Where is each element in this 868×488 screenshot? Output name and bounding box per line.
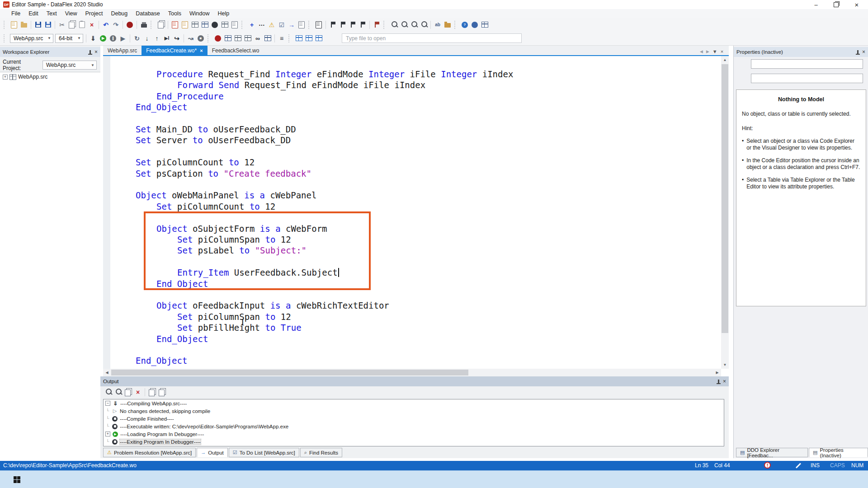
- run-icon[interactable]: ▶: [99, 34, 108, 43]
- menu-tools[interactable]: Tools: [164, 9, 185, 18]
- new-file-icon[interactable]: [9, 20, 19, 29]
- menu-window[interactable]: Window: [185, 9, 213, 18]
- output-log-row[interactable]: +▶----Loading Program In Debugger----: [104, 430, 724, 438]
- output-find-next-icon[interactable]: [113, 388, 123, 397]
- menu-debug[interactable]: Debug: [107, 9, 132, 18]
- dock-tab-properties-inactive-[interactable]: ▤Properties (Inactive): [809, 448, 868, 457]
- output-copy-icon[interactable]: [123, 388, 132, 397]
- watch-window-2-icon[interactable]: [243, 34, 252, 43]
- expand-icon[interactable]: +: [3, 75, 8, 80]
- breakpoints-window-icon[interactable]: [223, 34, 232, 43]
- copy-icon[interactable]: [67, 20, 76, 29]
- new-view-icon[interactable]: [230, 20, 239, 29]
- output-log-row[interactable]: └----Exiting Program In Debugger----: [104, 438, 724, 446]
- expand-icon[interactable]: −: [105, 401, 110, 406]
- prev-tab-icon[interactable]: ◀: [700, 49, 703, 54]
- step-icon[interactable]: ▶: [118, 34, 127, 43]
- db-columns-icon[interactable]: [200, 20, 209, 29]
- dock-tab-output[interactable]: →Output: [197, 448, 228, 457]
- architecture-combo[interactable]: 64-bit ▼: [55, 34, 83, 43]
- record-macro-icon[interactable]: [125, 20, 134, 29]
- vertical-scrollbar-thumb[interactable]: [722, 64, 728, 333]
- pin-icon[interactable]: [718, 380, 719, 383]
- output-log-row[interactable]: └----Compile Finished----: [104, 415, 724, 422]
- table-browse-icon[interactable]: [220, 20, 229, 29]
- stop-debug-icon[interactable]: ■: [196, 34, 205, 43]
- editor-tab-feedbackcreate-wo-[interactable]: FeedbackCreate.wo*×: [142, 46, 208, 55]
- scroll-left-icon[interactable]: ◀: [103, 369, 111, 376]
- set-next-statement-icon[interactable]: ↪: [172, 34, 181, 43]
- db-utility-icon[interactable]: [210, 20, 219, 29]
- current-project-combo[interactable]: WebApp.src ▼: [42, 61, 97, 70]
- bookmark-prev-icon[interactable]: [338, 20, 347, 29]
- bookmark-clear-icon[interactable]: [372, 20, 381, 29]
- dock-tab-ddo-explorer-feedbac-[interactable]: ▤DDO Explorer [Feedbac...: [736, 448, 808, 457]
- menu-text[interactable]: Text: [42, 9, 61, 18]
- dock-tab-problem-resolution-webapp-src-[interactable]: ⚠Problem Resolution [WebApp.src]: [103, 448, 196, 457]
- menu-project[interactable]: Project: [81, 9, 107, 18]
- copy-special-icon[interactable]: [156, 20, 165, 29]
- scroll-right-icon[interactable]: ▶: [713, 369, 721, 376]
- studio-file-icon[interactable]: [170, 20, 179, 29]
- dock-tab-find-results[interactable]: ⌕Find Results: [300, 448, 342, 457]
- dock-bottom-icon[interactable]: [304, 34, 313, 43]
- scroll-down-icon[interactable]: ▼: [721, 361, 729, 369]
- project-combo[interactable]: WebApp.src ▼: [10, 34, 53, 43]
- menu-edit[interactable]: Edit: [24, 9, 42, 18]
- dock-right-icon[interactable]: [314, 34, 323, 43]
- print-icon[interactable]: [139, 20, 148, 29]
- output-log-row[interactable]: └▷No changes detected, skipping compile: [104, 407, 724, 415]
- scroll-up-icon[interactable]: ▲: [721, 56, 729, 64]
- pin-icon[interactable]: [90, 50, 91, 54]
- save-all-icon[interactable]: [43, 20, 52, 29]
- windows-start-icon[interactable]: [14, 476, 20, 483]
- output-log-row[interactable]: └----Executable written: C:\dev\repo\Edi…: [104, 422, 724, 430]
- cut-icon[interactable]: ✂: [57, 20, 66, 29]
- pause-icon[interactable]: ∥: [108, 34, 118, 43]
- dock-tab-to-do-list-webapp-src-[interactable]: ☑To Do List [WebApp.src]: [229, 448, 299, 457]
- close-icon[interactable]: ×: [723, 379, 726, 384]
- db-connect-icon[interactable]: [190, 20, 199, 29]
- window-grid-icon[interactable]: [480, 20, 489, 29]
- horizontal-scrollbar-thumb[interactable]: [111, 370, 468, 375]
- output-log-row[interactable]: −⇓----Compiling WebApp.src----: [104, 399, 724, 407]
- editor-tab-feedbackselect-wo[interactable]: FeedbackSelect.wo: [208, 46, 264, 55]
- report-icon[interactable]: [297, 20, 306, 29]
- debug-output-icon[interactable]: ≡: [277, 34, 286, 43]
- attach-window-icon[interactable]: [314, 20, 323, 29]
- todo-warning-icon[interactable]: ⚠: [267, 20, 276, 29]
- output-find-prev-icon[interactable]: [104, 388, 113, 397]
- output-clear-icon[interactable]: ×: [133, 388, 142, 397]
- export-icon[interactable]: →: [287, 20, 296, 29]
- pin-icon[interactable]: [857, 50, 859, 54]
- menu-file[interactable]: File: [7, 9, 24, 18]
- minimize-button[interactable]: –: [808, 0, 824, 9]
- compile-icon[interactable]: ⇓: [89, 34, 98, 43]
- redo-icon[interactable]: ↷: [111, 20, 120, 29]
- locals-window-icon[interactable]: ∞: [253, 34, 262, 43]
- replace-in-files-icon[interactable]: [443, 20, 452, 29]
- close-icon[interactable]: ×: [94, 49, 98, 55]
- object-selector-field[interactable]: [751, 59, 863, 69]
- delete-icon[interactable]: ×: [87, 20, 96, 29]
- save-icon[interactable]: [33, 20, 42, 29]
- replace-icon[interactable]: ab: [433, 20, 442, 29]
- edit-source-icon[interactable]: [180, 20, 189, 29]
- bookmark-next-icon[interactable]: [348, 20, 357, 29]
- restart-icon[interactable]: ↻: [132, 34, 142, 43]
- menu-view[interactable]: View: [61, 9, 81, 18]
- restore-button[interactable]: [828, 0, 844, 9]
- close-icon[interactable]: ×: [862, 49, 865, 55]
- find-in-files-icon[interactable]: [419, 20, 428, 29]
- find-prev-icon[interactable]: [399, 20, 408, 29]
- run-to-cursor-icon[interactable]: ▶I: [162, 34, 171, 43]
- output-copy-tree-icon[interactable]: [157, 388, 166, 397]
- step-into-icon[interactable]: ↓: [142, 34, 151, 43]
- bookmark-toggle-icon[interactable]: [328, 20, 337, 29]
- checklist-icon[interactable]: ☑: [277, 20, 286, 29]
- code-editor[interactable]: Procedure Request_Find Integer eFindMode…: [103, 56, 729, 376]
- menu-database[interactable]: Database: [132, 9, 164, 18]
- find-next-icon[interactable]: [409, 20, 418, 29]
- autos-window-icon[interactable]: [263, 34, 272, 43]
- activity-icon[interactable]: [470, 20, 479, 29]
